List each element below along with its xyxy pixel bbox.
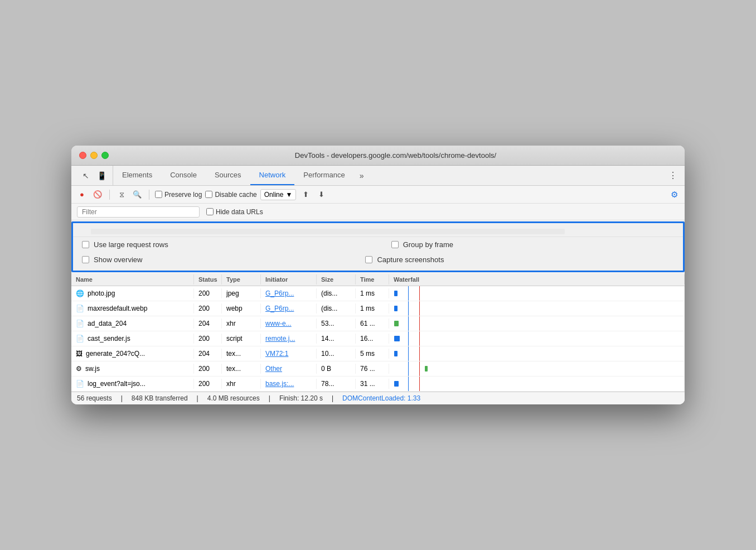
throttle-dropdown[interactable]: Online ▼ [260,189,297,200]
cell-size: 78... [317,379,356,389]
maximize-button[interactable] [101,152,109,159]
disable-cache-checkbox[interactable] [205,191,212,198]
dom-content-loaded: DOMContentLoaded: 1.33 [342,394,420,402]
cell-size: 10... [317,349,356,359]
table-row[interactable]: ⚙ sw.js 200 tex... Other 0 B 76 ... [71,361,685,377]
cell-name: 📄 ad_data_204 [71,319,194,329]
settings-panel: Use large request rows Group by frame Sh… [71,221,685,272]
cell-initiator[interactable]: remote.j... [261,334,317,344]
separator2: | [197,394,198,402]
cell-type: xhr [222,319,261,329]
col-time[interactable]: Time [356,274,389,284]
table-row[interactable]: 📄 log_event?alt=jso... 200 xhr base.js:.… [71,377,685,392]
cell-type: tex... [222,364,261,374]
clear-button[interactable]: 🚫 [91,189,104,201]
export-button[interactable]: ⬇ [315,189,327,201]
transferred-size: 848 KB transferred [132,394,188,402]
cell-time: 31 ... [356,379,389,389]
cell-size: (dis... [317,303,356,313]
cell-waterfall [389,331,685,346]
cell-size: 14... [317,334,356,344]
cell-time: 61 ... [356,319,389,329]
table-row[interactable]: 🌐 photo.jpg 200 jpeg G_P6rp... (dis... 1… [71,286,685,301]
cursor-icon[interactable]: ↖ [79,169,93,182]
use-large-request-rows-checkbox[interactable] [82,241,89,248]
cell-size: 53... [317,319,356,329]
tab-network[interactable]: Network [250,166,295,185]
cell-time: 1 ms [356,288,389,298]
hide-data-urls-checkbox[interactable] [206,208,214,215]
divider2 [149,190,149,200]
tab-sources[interactable]: Sources [206,166,250,185]
search-icon[interactable]: 🔍 [131,189,143,201]
more-options-button[interactable]: ⋮ [662,166,685,185]
device-icon[interactable]: 📱 [95,169,108,182]
cell-type: jpeg [222,288,261,298]
use-large-request-rows-label[interactable]: Use large request rows [82,240,168,249]
preserve-log-checkbox[interactable] [155,191,162,198]
cell-initiator[interactable]: www-e... [261,319,317,329]
close-button[interactable] [79,152,86,159]
cell-waterfall [389,301,685,316]
partial-settings-row [73,226,683,237]
import-button[interactable]: ⬆ [299,189,312,201]
cell-status: 200 [194,334,222,344]
settings-row-1: Use large request rows Group by frame [73,237,683,252]
hide-data-urls-label[interactable]: Hide data URLs [206,208,263,216]
cell-size: 0 B [317,364,356,374]
cell-status: 200 [194,364,222,374]
group-by-frame-label[interactable]: Group by frame [391,240,453,249]
cell-time: 76 ... [356,364,389,374]
tab-performance[interactable]: Performance [294,166,353,185]
divider [109,190,110,200]
capture-screenshots-label[interactable]: Capture screenshots [365,255,444,264]
cell-initiator[interactable]: G_P6rp... [261,288,317,298]
table-row[interactable]: 📄 cast_sender.js 200 script remote.j... … [71,331,685,346]
col-initiator[interactable]: Initiator [261,274,317,284]
col-waterfall[interactable]: Waterfall [389,274,685,284]
cell-initiator[interactable]: Other [261,364,317,374]
disable-cache-label[interactable]: Disable cache [205,191,256,199]
chevron-down-icon: ▼ [285,191,292,199]
group-by-frame-checkbox[interactable] [391,241,399,248]
cell-initiator[interactable]: G_P6rp... [261,303,317,313]
capture-screenshots-checkbox[interactable] [365,256,372,263]
network-table: 🌐 photo.jpg 200 jpeg G_P6rp... (dis... 1… [71,286,685,392]
col-size[interactable]: Size [317,274,356,284]
tab-more[interactable]: » [354,166,370,185]
record-button[interactable]: ● [76,189,88,201]
traffic-lights [79,152,109,159]
cell-status: 204 [194,319,222,329]
cell-size: (dis... [317,288,356,298]
cell-waterfall [389,286,685,301]
col-name[interactable]: Name [71,274,194,284]
minimize-button[interactable] [90,152,98,159]
cell-time: 16... [356,334,389,344]
tab-elements[interactable]: Elements [113,166,161,185]
settings-button[interactable]: ⚙ [668,189,680,201]
separator1: | [121,394,123,402]
devtools-window: DevTools - developers.google.com/web/too… [71,146,685,404]
col-status[interactable]: Status [194,274,222,284]
filter-input[interactable] [77,206,200,218]
cell-initiator[interactable]: VM72:1 [261,349,317,359]
cell-waterfall [389,361,685,376]
cell-status: 200 [194,379,222,389]
tab-console[interactable]: Console [161,166,206,185]
controls-bar: ● 🚫 ⧖ 🔍 Preserve log Disable cache Onlin… [71,186,685,204]
title-bar: DevTools - developers.google.com/web/too… [71,146,685,166]
cell-waterfall [389,316,685,331]
show-overview-label[interactable]: Show overview [82,255,142,264]
cell-waterfall [389,346,685,361]
cell-initiator[interactable]: base.js:... [261,379,317,389]
preserve-log-label[interactable]: Preserve log [155,191,202,199]
table-row[interactable]: 📄 ad_data_204 204 xhr www-e... 53... 61 … [71,316,685,331]
devtools-body: ↖ 📱 Elements Console Sources Network Per… [71,166,685,404]
settings-row-2: Show overview Capture screenshots [73,252,683,267]
table-row[interactable]: 🖼 generate_204?cQ... 204 tex... VM72:1 1… [71,346,685,361]
table-row[interactable]: 📄 maxresdefault.webp 200 webp G_P6rp... … [71,301,685,316]
col-type[interactable]: Type [222,274,261,284]
resources-size: 4.0 MB resources [207,394,260,402]
show-overview-checkbox[interactable] [82,256,89,263]
filter-icon[interactable]: ⧖ [115,189,128,201]
